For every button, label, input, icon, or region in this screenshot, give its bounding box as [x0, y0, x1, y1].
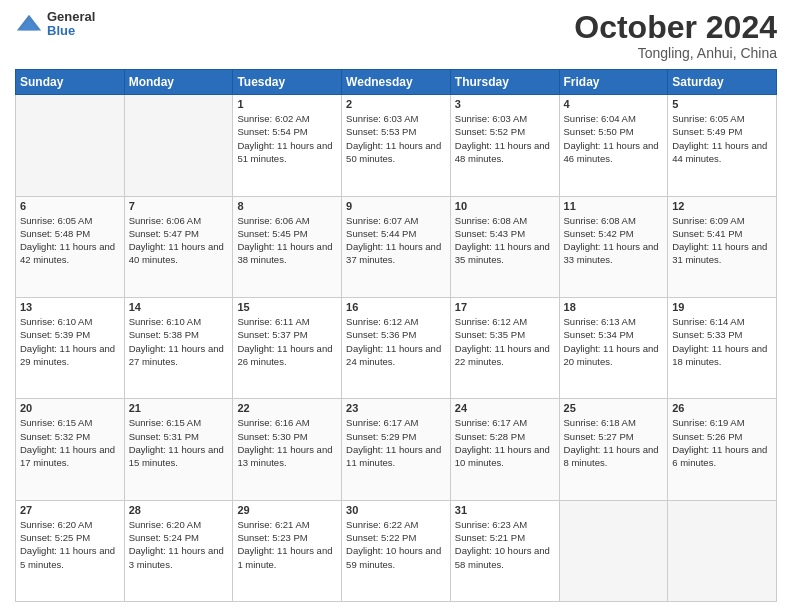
day-number: 4 — [564, 98, 664, 110]
daylight-text: Daylight: 11 hours and 5 minutes. — [20, 544, 120, 571]
sunrise-text: Sunrise: 6:12 AM — [455, 315, 555, 328]
calendar-cell: 20Sunrise: 6:15 AMSunset: 5:32 PMDayligh… — [16, 399, 125, 500]
day-number: 15 — [237, 301, 337, 313]
daylight-text: Daylight: 11 hours and 1 minute. — [237, 544, 337, 571]
calendar-cell: 22Sunrise: 6:16 AMSunset: 5:30 PMDayligh… — [233, 399, 342, 500]
calendar-cell: 31Sunrise: 6:23 AMSunset: 5:21 PMDayligh… — [450, 500, 559, 601]
day-number: 21 — [129, 402, 229, 414]
sunset-text: Sunset: 5:37 PM — [237, 328, 337, 341]
day-number: 11 — [564, 200, 664, 212]
sunset-text: Sunset: 5:47 PM — [129, 227, 229, 240]
sunset-text: Sunset: 5:36 PM — [346, 328, 446, 341]
calendar-cell: 7Sunrise: 6:06 AMSunset: 5:47 PMDaylight… — [124, 196, 233, 297]
daylight-text: Daylight: 11 hours and 17 minutes. — [20, 443, 120, 470]
sunset-text: Sunset: 5:54 PM — [237, 125, 337, 138]
calendar-cell: 15Sunrise: 6:11 AMSunset: 5:37 PMDayligh… — [233, 297, 342, 398]
calendar-cell — [559, 500, 668, 601]
day-number: 1 — [237, 98, 337, 110]
day-number: 26 — [672, 402, 772, 414]
daylight-text: Daylight: 11 hours and 26 minutes. — [237, 342, 337, 369]
sunrise-text: Sunrise: 6:06 AM — [237, 214, 337, 227]
sunrise-text: Sunrise: 6:15 AM — [20, 416, 120, 429]
sunset-text: Sunset: 5:27 PM — [564, 430, 664, 443]
sunset-text: Sunset: 5:30 PM — [237, 430, 337, 443]
title-area: October 2024 Tongling, Anhui, China — [574, 10, 777, 61]
calendar-cell: 28Sunrise: 6:20 AMSunset: 5:24 PMDayligh… — [124, 500, 233, 601]
daylight-text: Daylight: 11 hours and 11 minutes. — [346, 443, 446, 470]
sunset-text: Sunset: 5:39 PM — [20, 328, 120, 341]
calendar-cell: 4Sunrise: 6:04 AMSunset: 5:50 PMDaylight… — [559, 95, 668, 196]
sunrise-text: Sunrise: 6:10 AM — [129, 315, 229, 328]
day-number: 24 — [455, 402, 555, 414]
sunrise-text: Sunrise: 6:03 AM — [455, 112, 555, 125]
calendar-cell: 18Sunrise: 6:13 AMSunset: 5:34 PMDayligh… — [559, 297, 668, 398]
sunset-text: Sunset: 5:49 PM — [672, 125, 772, 138]
logo: General Blue — [15, 10, 95, 39]
daylight-text: Daylight: 11 hours and 31 minutes. — [672, 240, 772, 267]
sunset-text: Sunset: 5:23 PM — [237, 531, 337, 544]
day-number: 22 — [237, 402, 337, 414]
daylight-text: Daylight: 11 hours and 13 minutes. — [237, 443, 337, 470]
calendar-cell: 3Sunrise: 6:03 AMSunset: 5:52 PMDaylight… — [450, 95, 559, 196]
calendar-cell: 29Sunrise: 6:21 AMSunset: 5:23 PMDayligh… — [233, 500, 342, 601]
sunrise-text: Sunrise: 6:22 AM — [346, 518, 446, 531]
daylight-text: Daylight: 11 hours and 38 minutes. — [237, 240, 337, 267]
calendar-week-1: 1Sunrise: 6:02 AMSunset: 5:54 PMDaylight… — [16, 95, 777, 196]
calendar-week-2: 6Sunrise: 6:05 AMSunset: 5:48 PMDaylight… — [16, 196, 777, 297]
sunset-text: Sunset: 5:45 PM — [237, 227, 337, 240]
daylight-text: Daylight: 10 hours and 59 minutes. — [346, 544, 446, 571]
calendar-cell: 8Sunrise: 6:06 AMSunset: 5:45 PMDaylight… — [233, 196, 342, 297]
sunrise-text: Sunrise: 6:17 AM — [346, 416, 446, 429]
day-number: 17 — [455, 301, 555, 313]
day-number: 8 — [237, 200, 337, 212]
logo-icon — [15, 10, 43, 38]
sunrise-text: Sunrise: 6:06 AM — [129, 214, 229, 227]
sunrise-text: Sunrise: 6:13 AM — [564, 315, 664, 328]
daylight-text: Daylight: 11 hours and 24 minutes. — [346, 342, 446, 369]
day-number: 5 — [672, 98, 772, 110]
calendar-cell: 2Sunrise: 6:03 AMSunset: 5:53 PMDaylight… — [342, 95, 451, 196]
daylight-text: Daylight: 11 hours and 29 minutes. — [20, 342, 120, 369]
day-number: 13 — [20, 301, 120, 313]
day-number: 28 — [129, 504, 229, 516]
sunrise-text: Sunrise: 6:05 AM — [672, 112, 772, 125]
calendar-cell: 16Sunrise: 6:12 AMSunset: 5:36 PMDayligh… — [342, 297, 451, 398]
daylight-text: Daylight: 11 hours and 35 minutes. — [455, 240, 555, 267]
calendar-table: SundayMondayTuesdayWednesdayThursdayFrid… — [15, 69, 777, 602]
calendar-cell: 21Sunrise: 6:15 AMSunset: 5:31 PMDayligh… — [124, 399, 233, 500]
sunset-text: Sunset: 5:33 PM — [672, 328, 772, 341]
weekday-header-thursday: Thursday — [450, 70, 559, 95]
sunset-text: Sunset: 5:34 PM — [564, 328, 664, 341]
day-number: 12 — [672, 200, 772, 212]
day-number: 16 — [346, 301, 446, 313]
daylight-text: Daylight: 11 hours and 6 minutes. — [672, 443, 772, 470]
daylight-text: Daylight: 11 hours and 15 minutes. — [129, 443, 229, 470]
sunrise-text: Sunrise: 6:19 AM — [672, 416, 772, 429]
calendar-week-5: 27Sunrise: 6:20 AMSunset: 5:25 PMDayligh… — [16, 500, 777, 601]
sunset-text: Sunset: 5:50 PM — [564, 125, 664, 138]
calendar-cell: 6Sunrise: 6:05 AMSunset: 5:48 PMDaylight… — [16, 196, 125, 297]
sunset-text: Sunset: 5:43 PM — [455, 227, 555, 240]
day-number: 23 — [346, 402, 446, 414]
daylight-text: Daylight: 11 hours and 22 minutes. — [455, 342, 555, 369]
day-number: 3 — [455, 98, 555, 110]
calendar-cell: 30Sunrise: 6:22 AMSunset: 5:22 PMDayligh… — [342, 500, 451, 601]
daylight-text: Daylight: 11 hours and 18 minutes. — [672, 342, 772, 369]
daylight-text: Daylight: 11 hours and 42 minutes. — [20, 240, 120, 267]
weekday-header-friday: Friday — [559, 70, 668, 95]
calendar-cell: 11Sunrise: 6:08 AMSunset: 5:42 PMDayligh… — [559, 196, 668, 297]
weekday-header-tuesday: Tuesday — [233, 70, 342, 95]
sunrise-text: Sunrise: 6:16 AM — [237, 416, 337, 429]
sunset-text: Sunset: 5:44 PM — [346, 227, 446, 240]
calendar-cell: 10Sunrise: 6:08 AMSunset: 5:43 PMDayligh… — [450, 196, 559, 297]
sunrise-text: Sunrise: 6:23 AM — [455, 518, 555, 531]
day-number: 27 — [20, 504, 120, 516]
sunset-text: Sunset: 5:21 PM — [455, 531, 555, 544]
daylight-text: Daylight: 11 hours and 44 minutes. — [672, 139, 772, 166]
sunset-text: Sunset: 5:26 PM — [672, 430, 772, 443]
sunset-text: Sunset: 5:28 PM — [455, 430, 555, 443]
day-number: 19 — [672, 301, 772, 313]
sunset-text: Sunset: 5:53 PM — [346, 125, 446, 138]
daylight-text: Daylight: 11 hours and 48 minutes. — [455, 139, 555, 166]
sunrise-text: Sunrise: 6:08 AM — [455, 214, 555, 227]
